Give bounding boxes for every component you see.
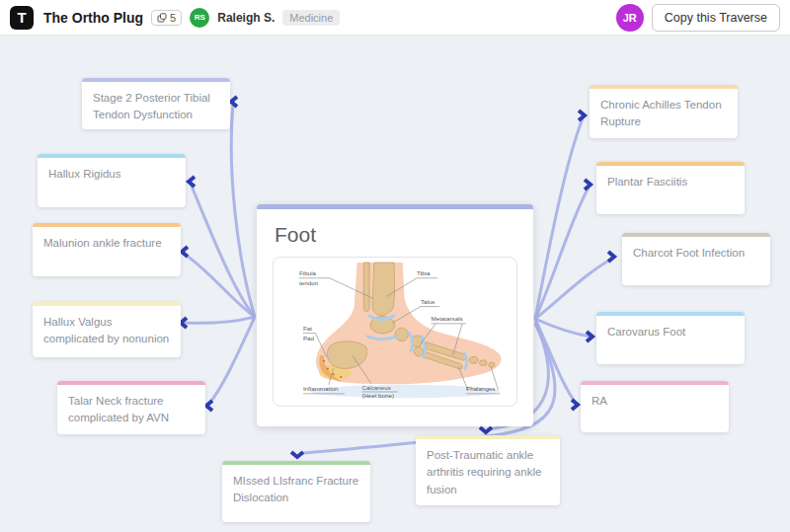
arrowhead-ra [572,400,578,410]
traverse-count: 5 [170,12,176,24]
header-right: JR Copy this Traverse [616,4,780,32]
connector-foot-to-chronic-achilles [535,118,583,319]
logo-letter: T [17,9,26,26]
connector-foot-to-stage2 [231,105,255,317]
connector-foot-to-ra [535,319,576,403]
node-label: Carovarus Foot [607,326,685,338]
diagram-label-talus: Talus [421,298,435,305]
app-window: T The Ortho Plug 5 RS Raleigh S. Medicin… [0,0,790,532]
node-label: Hallux Rigidus [48,168,121,180]
owner-name: Raleigh S. [217,11,275,25]
node-talar-neck-avn[interactable]: Talar Neck fracture complicated by AVN [57,381,205,434]
node-charcot-foot-infection[interactable]: Charcot Foot Infection [622,233,770,285]
arrowhead-stage2 [231,97,237,107]
category-badge: Medicine [282,10,340,26]
traverse-canvas[interactable]: Stage 2 Posterior Tibial Tendon Dysfunct… [0,36,790,532]
central-node-title: Foot [275,223,517,247]
node-label: RA [592,395,607,407]
node-hallux-rigidus[interactable]: Hallux Rigidus [38,154,186,207]
arrowhead-hallux-rigidus [189,177,195,187]
app-logo[interactable]: T [10,6,34,30]
node-label: Stage 2 Posterior Tibial Tendon Dysfunct… [93,92,210,120]
node-label: Charcot Foot Infection [633,247,745,259]
diagram-label-fibula: Fibula [299,269,317,276]
connector-foot-to-hallux-rigidus [191,184,255,317]
diagram-label-heel-bone: (Heel bone) [361,392,394,399]
foot-diagram: Fibula tendon Tibia Talus Metatarsals Fa… [273,257,517,407]
connector-foot-to-charcot [535,259,612,319]
node-malunion-ankle-fracture[interactable]: Malunion ankle fracture [33,223,181,276]
diagram-label-tibia: Tibia [417,269,431,276]
copy-count-icon [157,13,167,23]
arrowhead-hallux-valgus [181,318,187,328]
node-label: Chronic Achilles Tendon Rupture [600,99,722,127]
diagram-label-phalanges: Phalanges [466,385,495,392]
connector-foot-to-plantar [535,188,589,319]
node-plantar-fasciitis[interactable]: Plantar Fasciitis [596,162,745,214]
arrowhead-plantar [585,180,591,190]
node-chronic-achilles-rupture[interactable]: Chronic Achilles Tendon Rupture [590,85,738,138]
node-label: Talar Neck fracture complicated by AVN [68,395,169,423]
app-title: The Ortho Plug [43,10,143,26]
arrowhead-carovarus [587,332,592,342]
diagram-label-inflammation: Inflammation [303,385,339,392]
diagram-label-fat: Fat [303,325,312,332]
arrowhead-chronic-achilles [579,111,585,120]
node-hallux-valgus-nonunion[interactable]: Hallux Valgus complicated by nonunion [33,302,181,357]
copy-traverse-button[interactable]: Copy this Traverse [652,4,780,32]
arrowhead-post-traumatic [480,427,492,432]
diagram-label-metatarsals: Metatarsals [431,315,462,322]
node-foot-central[interactable]: Foot [257,204,533,426]
node-post-traumatic-ankle-arthritis[interactable]: Post-Traumatic ankle arthritis requiring… [416,435,560,505]
node-label: Hallux Valgus complicated by nonunion [43,316,169,344]
connector-foot-to-malunion [184,254,255,317]
connector-foot-to-hallux-valgus [183,317,255,323]
user-avatar[interactable]: JR [616,4,644,32]
node-label: MIssed LIsfranc Fracture Dislocation [233,475,358,503]
owner-avatar[interactable]: RS [190,8,209,28]
diagram-label-tendon: tendon [299,279,319,286]
node-label: Malunion ankle fracture [43,237,162,249]
app-header: T The Ortho Plug 5 RS Raleigh S. Medicin… [0,0,790,36]
arrowhead-malunion [182,247,188,257]
arrowhead-missed-lisfranc [291,452,303,457]
node-label: Post-Traumatic ankle arthritis requiring… [427,449,541,495]
arrowhead-charcot [608,252,614,262]
diagram-label-calcaneus: Calcaneus [361,384,390,391]
node-carovarus-foot[interactable]: Carovarus Foot [596,312,745,364]
arrowhead-talar-neck [206,401,212,411]
connector-foot-to-carovarus [535,319,591,337]
node-label: Plantar Fasciitis [607,176,687,188]
node-missed-lisfranc[interactable]: MIssed LIsfranc Fracture Dislocation [222,461,370,522]
header-left: T The Ortho Plug 5 RS Raleigh S. Medicin… [10,6,340,30]
node-stage2-posterior-tibial[interactable]: Stage 2 Posterior Tibial Tendon Dysfunct… [82,78,230,129]
diagram-label-pad: Pad [303,335,315,342]
foot-anatomy-illustration: Fibula tendon Tibia Talus Metatarsals Fa… [276,261,514,403]
node-ra[interactable]: RA [581,381,729,432]
traverse-count-badge[interactable]: 5 [151,10,182,26]
connector-foot-to-talar-neck [208,317,255,405]
